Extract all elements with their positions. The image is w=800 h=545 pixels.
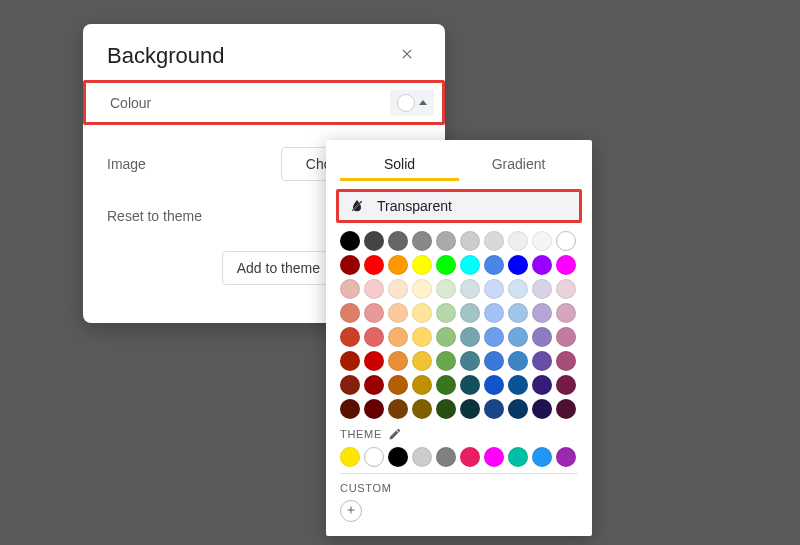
colour-swatch[interactable] bbox=[364, 255, 384, 275]
colour-swatch[interactable] bbox=[532, 279, 552, 299]
colour-swatch[interactable] bbox=[508, 279, 528, 299]
colour-swatch[interactable] bbox=[364, 351, 384, 371]
colour-swatch[interactable] bbox=[460, 327, 480, 347]
colour-swatch[interactable] bbox=[364, 303, 384, 323]
theme-swatch[interactable] bbox=[532, 447, 552, 467]
colour-row-highlight: Colour bbox=[83, 80, 445, 125]
colour-swatch[interactable] bbox=[508, 399, 528, 419]
colour-swatch[interactable] bbox=[340, 351, 360, 371]
colour-swatch[interactable] bbox=[532, 231, 552, 251]
colour-swatch[interactable] bbox=[412, 255, 432, 275]
colour-swatch[interactable] bbox=[388, 399, 408, 419]
colour-swatch[interactable] bbox=[436, 279, 456, 299]
colour-swatch[interactable] bbox=[484, 351, 504, 371]
colour-swatch[interactable] bbox=[532, 255, 552, 275]
colour-swatch[interactable] bbox=[532, 303, 552, 323]
colour-swatch[interactable] bbox=[364, 231, 384, 251]
colour-dropdown-button[interactable] bbox=[390, 90, 434, 116]
theme-swatch[interactable] bbox=[364, 447, 384, 467]
colour-swatch[interactable] bbox=[556, 255, 576, 275]
colour-swatch[interactable] bbox=[484, 327, 504, 347]
colour-swatch[interactable] bbox=[340, 279, 360, 299]
colour-swatch[interactable] bbox=[436, 351, 456, 371]
transparent-label: Transparent bbox=[377, 198, 452, 214]
add-to-theme-button[interactable]: Add to theme bbox=[222, 251, 335, 285]
theme-swatch[interactable] bbox=[508, 447, 528, 467]
colour-swatch[interactable] bbox=[436, 399, 456, 419]
theme-swatch[interactable] bbox=[388, 447, 408, 467]
colour-swatch[interactable] bbox=[436, 231, 456, 251]
colour-swatch[interactable] bbox=[484, 255, 504, 275]
theme-swatch[interactable] bbox=[340, 447, 360, 467]
colour-swatch[interactable] bbox=[388, 255, 408, 275]
colour-swatch[interactable] bbox=[484, 303, 504, 323]
add-custom-colour-button[interactable] bbox=[340, 500, 362, 522]
colour-swatch[interactable] bbox=[364, 399, 384, 419]
colour-swatch[interactable] bbox=[388, 375, 408, 395]
transparent-option[interactable]: Transparent bbox=[336, 189, 582, 223]
colour-swatch[interactable] bbox=[556, 303, 576, 323]
colour-swatch[interactable] bbox=[532, 327, 552, 347]
colour-swatch[interactable] bbox=[460, 231, 480, 251]
edit-theme-icon[interactable] bbox=[388, 427, 402, 441]
theme-swatch[interactable] bbox=[412, 447, 432, 467]
colour-swatch[interactable] bbox=[484, 375, 504, 395]
colour-swatch[interactable] bbox=[556, 327, 576, 347]
colour-swatch[interactable] bbox=[556, 399, 576, 419]
colour-swatch[interactable] bbox=[388, 351, 408, 371]
colour-swatch[interactable] bbox=[556, 375, 576, 395]
colour-swatch[interactable] bbox=[508, 327, 528, 347]
colour-swatch[interactable] bbox=[508, 303, 528, 323]
colour-swatch[interactable] bbox=[436, 255, 456, 275]
colour-swatch[interactable] bbox=[484, 399, 504, 419]
colour-swatch[interactable] bbox=[340, 231, 360, 251]
colour-swatch[interactable] bbox=[556, 231, 576, 251]
colour-swatch[interactable] bbox=[436, 303, 456, 323]
colour-swatch[interactable] bbox=[364, 279, 384, 299]
colour-swatch[interactable] bbox=[460, 351, 480, 371]
colour-swatch[interactable] bbox=[388, 327, 408, 347]
colour-swatch[interactable] bbox=[388, 303, 408, 323]
colour-swatch[interactable] bbox=[340, 303, 360, 323]
theme-swatch[interactable] bbox=[460, 447, 480, 467]
colour-swatch[interactable] bbox=[412, 375, 432, 395]
colour-swatch[interactable] bbox=[484, 279, 504, 299]
colour-swatch[interactable] bbox=[364, 375, 384, 395]
colour-swatch[interactable] bbox=[532, 351, 552, 371]
colour-swatch[interactable] bbox=[556, 279, 576, 299]
colour-swatch[interactable] bbox=[340, 399, 360, 419]
colour-swatch[interactable] bbox=[460, 255, 480, 275]
colour-swatch[interactable] bbox=[388, 231, 408, 251]
colour-swatch[interactable] bbox=[508, 375, 528, 395]
theme-swatch[interactable] bbox=[436, 447, 456, 467]
colour-swatch[interactable] bbox=[556, 351, 576, 371]
colour-swatch[interactable] bbox=[412, 303, 432, 323]
colour-swatch[interactable] bbox=[460, 279, 480, 299]
colour-swatch[interactable] bbox=[412, 351, 432, 371]
colour-swatch[interactable] bbox=[436, 375, 456, 395]
colour-swatch[interactable] bbox=[460, 399, 480, 419]
colour-swatch[interactable] bbox=[484, 231, 504, 251]
theme-swatch[interactable] bbox=[556, 447, 576, 467]
colour-swatch[interactable] bbox=[532, 399, 552, 419]
colour-swatch[interactable] bbox=[340, 255, 360, 275]
colour-swatch[interactable] bbox=[412, 279, 432, 299]
theme-swatch[interactable] bbox=[484, 447, 504, 467]
tab-gradient[interactable]: Gradient bbox=[459, 150, 578, 181]
colour-swatch[interactable] bbox=[508, 351, 528, 371]
tab-solid[interactable]: Solid bbox=[340, 150, 459, 181]
colour-swatch[interactable] bbox=[460, 303, 480, 323]
colour-swatch[interactable] bbox=[364, 327, 384, 347]
colour-swatch[interactable] bbox=[340, 327, 360, 347]
colour-swatch[interactable] bbox=[508, 255, 528, 275]
colour-swatch[interactable] bbox=[340, 375, 360, 395]
colour-swatch[interactable] bbox=[412, 231, 432, 251]
colour-swatch[interactable] bbox=[412, 327, 432, 347]
colour-swatch[interactable] bbox=[412, 399, 432, 419]
close-button[interactable] bbox=[393, 42, 421, 70]
colour-swatch[interactable] bbox=[460, 375, 480, 395]
colour-swatch[interactable] bbox=[532, 375, 552, 395]
colour-swatch[interactable] bbox=[436, 327, 456, 347]
colour-swatch[interactable] bbox=[508, 231, 528, 251]
colour-swatch[interactable] bbox=[388, 279, 408, 299]
